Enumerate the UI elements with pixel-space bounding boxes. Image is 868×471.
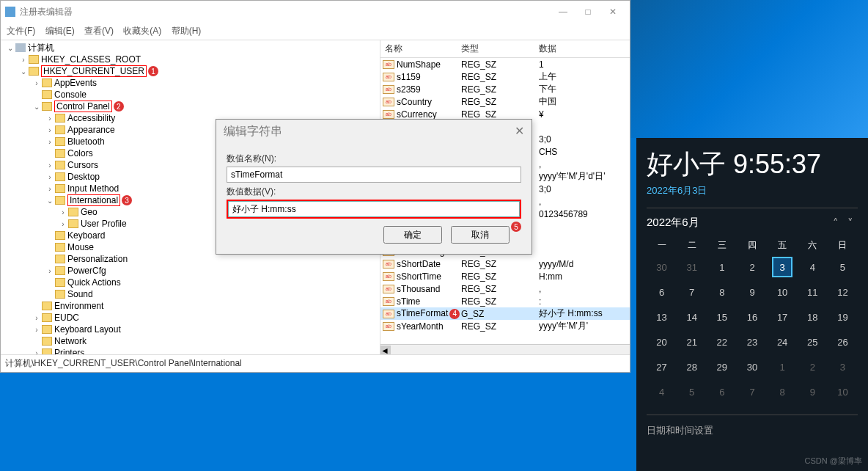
- calendar-day[interactable]: 30: [647, 255, 677, 280]
- twisty-icon[interactable]: ›: [58, 208, 68, 216]
- calendar-day[interactable]: 5: [828, 255, 858, 280]
- cancel-button[interactable]: 取消: [451, 226, 510, 244]
- twisty-icon[interactable]: ›: [32, 326, 42, 334]
- col-type[interactable]: 类型: [461, 43, 539, 55]
- calendar-day[interactable]: 15: [707, 304, 737, 329]
- twisty-icon[interactable]: ›: [45, 267, 55, 275]
- value-row[interactable]: absYearMonthREG_SZyyyy'年'M'月': [380, 320, 630, 332]
- close-button[interactable]: ✕: [600, 4, 625, 20]
- calendar-day[interactable]: 7: [737, 379, 767, 404]
- calendar-day[interactable]: 24: [768, 329, 798, 354]
- twisty-icon[interactable]: ›: [45, 173, 55, 181]
- calendar-day[interactable]: 17: [768, 304, 798, 329]
- calendar-day[interactable]: 23: [737, 329, 767, 354]
- tree-item[interactable]: Network: [1, 335, 380, 347]
- calendar-day[interactable]: 7: [677, 280, 707, 304]
- calendar-day[interactable]: 2: [737, 255, 767, 280]
- tree-item[interactable]: Quick Actions: [1, 277, 380, 288]
- tree-item[interactable]: Environment: [1, 300, 380, 312]
- twisty-icon[interactable]: ›: [45, 126, 55, 134]
- tree-item[interactable]: ›HKEY_CLASSES_ROOT: [1, 54, 380, 65]
- twisty-icon[interactable]: ⌄: [5, 44, 15, 52]
- calendar-day[interactable]: 14: [677, 304, 707, 329]
- twisty-icon[interactable]: ›: [45, 161, 55, 169]
- menu-view[interactable]: 查看(V): [84, 26, 114, 36]
- calendar-day[interactable]: 28: [677, 354, 707, 379]
- dialog-close-icon[interactable]: ✕: [515, 124, 524, 139]
- twisty-icon[interactable]: ›: [58, 220, 68, 228]
- calendar-day[interactable]: 1: [768, 354, 798, 379]
- value-row[interactable]: absShortDateREG_SZyyyy/M/d: [380, 258, 630, 270]
- calendar-day[interactable]: 18: [798, 304, 828, 329]
- calendar-day[interactable]: 8: [768, 379, 798, 404]
- calendar-day[interactable]: 10: [828, 379, 858, 404]
- menu-help[interactable]: 帮助(H): [172, 26, 202, 36]
- menu-file[interactable]: 文件(F): [7, 26, 35, 36]
- twisty-icon[interactable]: ›: [45, 114, 55, 123]
- calendar-day[interactable]: 10: [768, 280, 798, 304]
- twisty-icon[interactable]: ›: [18, 56, 29, 64]
- maximize-button[interactable]: □: [575, 4, 600, 20]
- ok-button[interactable]: 确定: [383, 226, 442, 244]
- tree-item[interactable]: ›PowerCfg: [1, 265, 380, 277]
- calendar-day[interactable]: 6: [707, 379, 737, 404]
- value-row[interactable]: absTimeFormat4G_SZ好小子 H:mm:ss: [380, 307, 630, 320]
- value-row[interactable]: abs1159REG_SZ上午: [380, 70, 630, 83]
- tree-item[interactable]: ⌄计算机: [1, 42, 380, 54]
- date-time-settings-link[interactable]: 日期和时间设置: [647, 424, 858, 437]
- calendar-day[interactable]: 8: [707, 280, 737, 304]
- calendar-day[interactable]: 25: [798, 329, 828, 354]
- twisty-icon[interactable]: ⌄: [45, 197, 55, 205]
- calendar-day[interactable]: 16: [737, 304, 767, 329]
- value-row[interactable]: abs2359REG_SZ下午: [380, 83, 630, 95]
- twisty-icon[interactable]: ›: [45, 138, 55, 146]
- calendar-day[interactable]: 6: [647, 280, 677, 304]
- calendar-day[interactable]: 21: [677, 329, 707, 354]
- calendar-day[interactable]: 31: [677, 255, 707, 280]
- tree-item[interactable]: Personalization: [1, 253, 380, 265]
- h-scrollbar[interactable]: ◄: [380, 344, 630, 354]
- value-row[interactable]: abNumShapeREG_SZ1: [380, 58, 630, 70]
- calendar-day[interactable]: 2: [798, 354, 828, 379]
- calendar-day[interactable]: 27: [647, 354, 677, 379]
- value-row[interactable]: absCountryREG_SZ中国: [380, 95, 630, 108]
- value-data-input[interactable]: [228, 201, 520, 217]
- calendar-day[interactable]: 11: [798, 280, 828, 304]
- minimize-button[interactable]: —: [551, 4, 575, 20]
- calendar-day[interactable]: 5: [677, 379, 707, 404]
- next-month-icon[interactable]: ˅: [843, 216, 858, 230]
- calendar-day[interactable]: 9: [737, 280, 767, 304]
- calendar-day[interactable]: 3: [768, 255, 798, 280]
- dialog-title-bar[interactable]: 编辑字符串 ✕: [216, 120, 532, 144]
- calendar-day[interactable]: 3: [828, 354, 858, 379]
- tree-item[interactable]: ⌄HKEY_CURRENT_USER1: [1, 65, 380, 77]
- tree-item[interactable]: Console: [1, 89, 380, 101]
- calendar-day[interactable]: 30: [737, 354, 767, 379]
- value-row[interactable]: absShortTimeREG_SZH:mm: [380, 270, 630, 282]
- tree-item[interactable]: ›Printers: [1, 347, 380, 354]
- twisty-icon[interactable]: ›: [32, 314, 42, 322]
- calendar-day[interactable]: 12: [828, 280, 858, 304]
- tree-item[interactable]: Sound: [1, 288, 380, 300]
- scroll-left-icon[interactable]: ◄: [380, 346, 391, 354]
- clock-date-link[interactable]: 2022年6月3日: [647, 184, 858, 197]
- calendar-day[interactable]: 4: [647, 379, 677, 404]
- menu-fav[interactable]: 收藏夹(A): [123, 26, 161, 36]
- calendar-day[interactable]: 4: [798, 255, 828, 280]
- tree-item[interactable]: ⌄Control Panel2: [1, 101, 380, 112]
- col-name[interactable]: 名称: [380, 43, 461, 55]
- twisty-icon[interactable]: ›: [45, 185, 55, 193]
- calendar-day[interactable]: 1: [707, 255, 737, 280]
- prev-month-icon[interactable]: ˄: [828, 216, 843, 230]
- calendar-day[interactable]: 9: [798, 379, 828, 404]
- col-data[interactable]: 数据: [539, 43, 630, 55]
- tree-item[interactable]: ›AppEvents: [1, 77, 380, 89]
- calendar-day[interactable]: 20: [647, 329, 677, 354]
- value-row[interactable]: absThousandREG_SZ,: [380, 282, 630, 295]
- title-bar[interactable]: 注册表编辑器 — □ ✕: [1, 1, 630, 23]
- calendar-day[interactable]: 22: [707, 329, 737, 354]
- twisty-icon[interactable]: ⌄: [18, 67, 29, 76]
- calendar-day[interactable]: 19: [828, 304, 858, 329]
- tree-item[interactable]: ›EUDC: [1, 312, 380, 324]
- tree-item[interactable]: ›Keyboard Layout: [1, 324, 380, 335]
